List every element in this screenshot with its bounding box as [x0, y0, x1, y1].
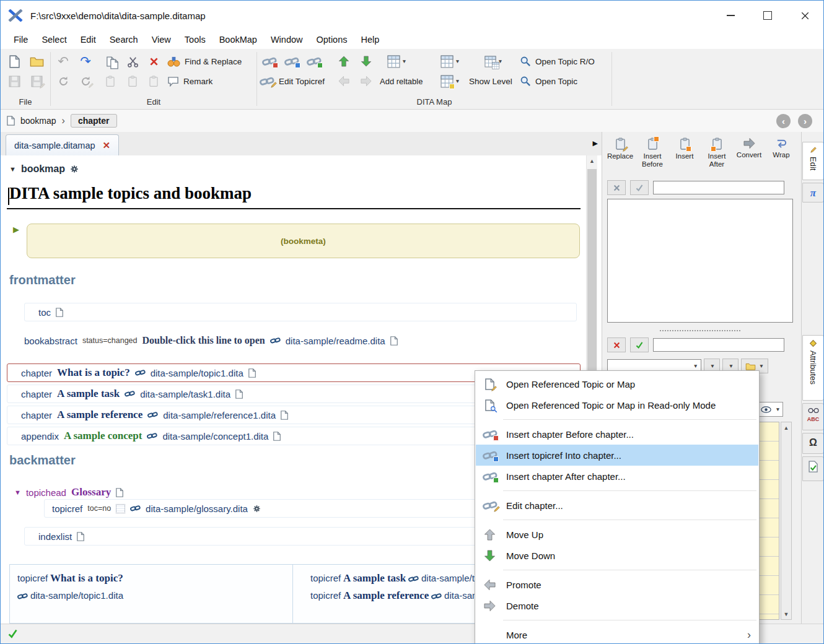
menu-view[interactable]: View	[145, 32, 178, 47]
tab-special-chars-panel[interactable]: Ω	[802, 433, 824, 454]
menu-open-referenced[interactable]: Open Referenced Topic or Map	[476, 373, 758, 394]
breadcrumb-bookmap[interactable]: bookmap	[20, 116, 56, 126]
wrap-button[interactable]: Wrap	[766, 134, 797, 178]
tab-overflow-icon[interactable]: ▶	[593, 139, 598, 147]
menu-edit-chapter[interactable]: Edit chapter...	[476, 495, 758, 516]
chapter-href[interactable]: dita-sample/reference1.dita	[163, 410, 276, 420]
tab-edit-panel[interactable]: Edit	[802, 142, 824, 180]
bookmeta-expand-icon[interactable]: ▶	[13, 225, 19, 234]
menu-open-referenced-readonly[interactable]: Open Referenced Topic or Map in Read-onl…	[476, 394, 758, 416]
paste-button[interactable]	[100, 72, 120, 90]
open-file-button[interactable]	[27, 52, 46, 71]
scroll-down-icon[interactable]: ▼	[781, 609, 791, 619]
document-title[interactable]: DITA sample topics and bookmap	[7, 184, 581, 209]
menu-bookmap[interactable]: BookMap	[213, 32, 264, 47]
chapter-href[interactable]: dita-sample/task1.dita	[140, 389, 230, 399]
attr-reset-button[interactable]	[607, 337, 626, 352]
menu-move-up[interactable]: Move Up	[476, 524, 758, 545]
reltable-menu-button[interactable]: ▼	[437, 52, 464, 71]
panel-splitter[interactable]	[607, 328, 793, 334]
tab-spellcheck-panel[interactable]: ABC	[802, 403, 824, 430]
nav-back-button[interactable]: ‹	[776, 114, 791, 128]
appendix-href[interactable]: dita-sample/concept1.dita	[162, 431, 268, 442]
breadcrumb-chapter[interactable]: chapter	[71, 114, 117, 128]
topicref-href[interactable]: dita-sample/glossary.dita	[146, 503, 248, 514]
menu-search[interactable]: Search	[103, 32, 145, 47]
insert-topicref-before-button[interactable]	[260, 52, 279, 71]
paste-before-button[interactable]	[123, 72, 142, 90]
insert-topicref-after-button[interactable]	[304, 52, 324, 71]
new-file-button[interactable]	[4, 52, 24, 71]
maximize-button[interactable]	[749, 1, 786, 30]
menu-more[interactable]: More ›	[476, 624, 758, 644]
topicref-href[interactable]: dita-sample/topic1.dita	[30, 590, 123, 601]
find-replace-button[interactable]: Find & Replace	[167, 52, 242, 71]
chapter-href[interactable]: dita-sample/topic1.dita	[151, 368, 243, 378]
bookabstract-href[interactable]: dita-sample/readme.dita	[286, 336, 385, 346]
attr-confirm-button[interactable]	[630, 337, 649, 352]
attributes-scrollbar[interactable]: ▲ ▼	[781, 422, 792, 620]
tab-dita-sample[interactable]: dita-sample.ditamap ✕	[6, 134, 119, 156]
tab-validate-panel[interactable]	[802, 456, 824, 481]
menu-options[interactable]: Options	[310, 32, 354, 47]
selection-handle-icon[interactable]	[116, 504, 125, 513]
bookmeta-box[interactable]: (bookmeta)	[27, 224, 580, 258]
redo-repeat-button[interactable]	[76, 72, 95, 90]
gear-icon[interactable]	[70, 165, 79, 173]
confirm-edit-button[interactable]	[630, 180, 649, 195]
copy-reltable-button[interactable]: ▼	[480, 52, 507, 71]
paste-after-button[interactable]	[144, 72, 164, 90]
cut-button[interactable]	[123, 52, 142, 71]
insert-after-button[interactable]: Insert After	[701, 134, 732, 178]
menu-move-down[interactable]: Move Down	[476, 545, 758, 566]
menu-insert-topicref-into[interactable]: Insert topicref Into chapter...	[476, 445, 758, 466]
add-reltable-button[interactable]: ▼	[384, 52, 411, 71]
replace-button[interactable]: Replace	[605, 134, 636, 178]
remark-button[interactable]: Remark	[167, 72, 213, 90]
copy-button[interactable]	[100, 52, 120, 71]
toc-row[interactable]: toc	[24, 303, 577, 321]
promote-toolbar-button[interactable]	[334, 72, 354, 90]
bookmap-header[interactable]: ▼ bookmap	[9, 163, 79, 175]
edit-topicref-button[interactable]: Edit Topicref	[260, 72, 325, 90]
scroll-up-icon[interactable]: ▲	[587, 155, 597, 166]
save-all-button[interactable]	[27, 72, 46, 90]
tab-math-panel[interactable]: π	[802, 183, 824, 202]
scrollbar-thumb[interactable]	[587, 169, 597, 399]
menu-file[interactable]: File	[7, 32, 35, 47]
nav-forward-button[interactable]: ›	[798, 114, 812, 128]
menu-select[interactable]: Select	[35, 32, 73, 47]
attribute-filter-dropdown[interactable]: ▼	[758, 402, 783, 417]
close-button[interactable]	[786, 1, 823, 30]
repeat-button[interactable]	[53, 72, 73, 90]
convert-button[interactable]: Convert	[734, 134, 765, 178]
menu-help[interactable]: Help	[354, 32, 387, 47]
menu-promote[interactable]: Promote	[476, 574, 758, 595]
open-topic-ro-button[interactable]: Open Topic R/O	[520, 52, 595, 71]
save-button[interactable]	[4, 72, 24, 90]
insert-button[interactable]: Insert	[669, 134, 700, 178]
demote-toolbar-button[interactable]	[356, 72, 376, 90]
move-up-toolbar-button[interactable]	[334, 52, 354, 71]
menu-insert-chapter-after[interactable]: Insert chapter After chapter...	[476, 466, 758, 487]
minimize-button[interactable]	[712, 1, 749, 30]
element-name-field[interactable]	[653, 181, 784, 194]
menu-edit[interactable]: Edit	[74, 32, 103, 47]
collapse-icon[interactable]: ▼	[14, 489, 21, 496]
menu-demote[interactable]: Demote	[476, 595, 758, 616]
delete-button[interactable]	[144, 52, 164, 71]
menu-insert-chapter-before[interactable]: Insert chapter Before chapter...	[476, 424, 758, 445]
open-topic-button[interactable]: Open Topic	[520, 72, 577, 90]
reltable-cell[interactable]: topicref What is a topic? dita-sample/to…	[10, 565, 293, 623]
insert-topicref-into-button[interactable]	[282, 52, 302, 71]
menu-window[interactable]: Window	[264, 32, 310, 47]
redo-button[interactable]: ↷	[76, 52, 95, 71]
gear-icon[interactable]	[253, 505, 261, 513]
element-candidates-listbox[interactable]	[607, 199, 793, 323]
tab-attributes-panel[interactable]: Attributes	[802, 335, 824, 401]
tab-close-icon[interactable]: ✕	[103, 140, 111, 151]
show-level-menu-button[interactable]: ▼	[437, 72, 464, 90]
undo-button[interactable]: ↶	[53, 52, 73, 71]
insert-before-button[interactable]: Insert Before	[637, 134, 668, 178]
cancel-edit-button[interactable]	[607, 180, 626, 195]
